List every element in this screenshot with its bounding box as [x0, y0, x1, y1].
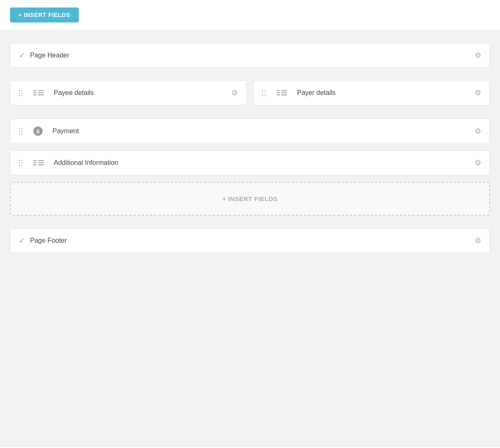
- drag-dot: [262, 90, 263, 91]
- payer-col: Payer details ⚙: [253, 80, 490, 112]
- additional-info-section: Additional Information ⚙: [10, 150, 490, 175]
- additional-info-title: Additional Information: [54, 159, 118, 167]
- drag-dot: [19, 131, 20, 132]
- payment-left: $ Payment: [19, 127, 79, 136]
- payee-col: Payee details ⚙: [10, 80, 247, 112]
- drag-dot: [21, 162, 22, 164]
- payer-gear-icon[interactable]: ⚙: [475, 88, 481, 97]
- footer-check-icon: ✓: [19, 236, 25, 245]
- check-icon: ✓: [19, 51, 25, 60]
- dollar-circle-icon: $: [33, 127, 42, 136]
- two-col-area: Payee details ⚙: [10, 80, 490, 112]
- drag-dot: [21, 160, 22, 161]
- drag-dot: [21, 128, 22, 129]
- payee-details-title: Payee details: [54, 89, 94, 97]
- payment-title: Payment: [52, 127, 79, 135]
- drag-dot: [19, 90, 20, 91]
- drag-dot: [265, 90, 266, 91]
- drag-dot: [265, 92, 266, 94]
- drag-dot: [19, 95, 20, 96]
- payment-section: $ Payment ⚙: [10, 119, 490, 144]
- page-header-gear-icon[interactable]: ⚙: [475, 51, 481, 60]
- payment-drag-handle[interactable]: [19, 128, 22, 134]
- drag-dot: [21, 90, 22, 91]
- payer-details-title: Payer details: [297, 89, 336, 97]
- payee-drag-handle[interactable]: [19, 90, 22, 96]
- insert-fields-button[interactable]: + INSERT FIELDS: [10, 7, 79, 22]
- page-header-left: ✓ Page Header: [19, 51, 69, 60]
- page-header-title: Page Header: [30, 52, 69, 59]
- payee-gear-icon[interactable]: ⚙: [231, 88, 238, 97]
- drag-dot: [19, 160, 20, 161]
- drag-dot: [19, 165, 20, 166]
- insert-fields-placeholder-text: + INSERT FIELDS: [222, 195, 278, 202]
- drag-dot: [21, 95, 22, 96]
- payer-details-section: Payer details ⚙: [253, 80, 490, 105]
- drag-dot: [19, 133, 20, 134]
- payee-details-left: Payee details: [19, 89, 94, 97]
- page-footer-left: ✓ Page Footer: [19, 236, 67, 245]
- page-header-section: ✓ Page Header ⚙: [10, 43, 490, 68]
- payee-details-section: Payee details ⚙: [10, 80, 247, 105]
- drag-dot: [262, 95, 263, 96]
- drag-dot: [265, 95, 266, 96]
- payer-lines-icon: [277, 90, 287, 95]
- drag-dot: [21, 131, 22, 132]
- top-bar: + INSERT FIELDS: [0, 0, 500, 30]
- payee-lines-icon: [33, 90, 44, 95]
- payer-details-left: Payer details: [262, 89, 336, 97]
- page-footer-section: ✓ Page Footer ⚙: [10, 228, 490, 253]
- insert-fields-placeholder[interactable]: + INSERT FIELDS: [10, 182, 490, 216]
- payment-dollar-icon: $: [33, 127, 42, 136]
- drag-dot: [19, 92, 20, 94]
- additional-info-drag-handle[interactable]: [19, 160, 22, 166]
- drag-dot: [21, 92, 22, 94]
- drag-dot: [21, 165, 22, 166]
- page-footer-gear-icon[interactable]: ⚙: [475, 236, 481, 245]
- payer-drag-handle[interactable]: [262, 90, 266, 96]
- page-footer-title: Page Footer: [30, 237, 67, 244]
- drag-dot: [19, 162, 20, 164]
- drag-dot: [19, 128, 20, 129]
- main-content: ✓ Page Header ⚙: [0, 30, 500, 447]
- drag-dot: [262, 92, 263, 94]
- drag-dot: [21, 133, 22, 134]
- payment-gear-icon[interactable]: ⚙: [475, 127, 481, 136]
- additional-info-left: Additional Information: [19, 159, 118, 167]
- additional-info-gear-icon[interactable]: ⚙: [475, 158, 481, 167]
- additional-lines-icon: [33, 160, 44, 165]
